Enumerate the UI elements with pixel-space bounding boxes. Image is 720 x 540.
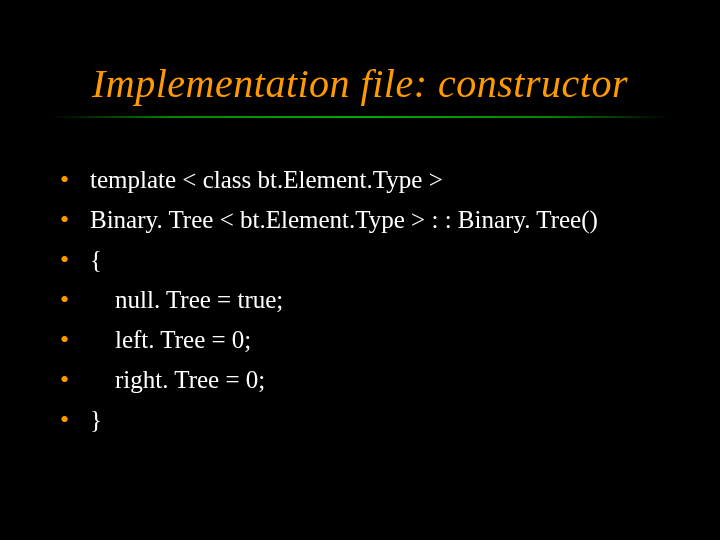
code-line: { <box>90 245 102 275</box>
slide-body: • template < class bt.Element.Type > • B… <box>60 165 670 445</box>
list-item: • null. Tree = true; <box>60 285 670 315</box>
code-line: left. Tree = 0; <box>90 325 251 355</box>
list-item: • left. Tree = 0; <box>60 325 670 355</box>
bullet-icon: • <box>60 246 90 274</box>
bullet-icon: • <box>60 286 90 314</box>
list-item: • right. Tree = 0; <box>60 365 670 395</box>
code-line: null. Tree = true; <box>90 285 283 315</box>
list-item: • template < class bt.Element.Type > <box>60 165 670 195</box>
bullet-icon: • <box>60 406 90 434</box>
code-line: template < class bt.Element.Type > <box>90 165 443 195</box>
bullet-icon: • <box>60 326 90 354</box>
slide: Implementation file: constructor • templ… <box>0 0 720 540</box>
bullet-icon: • <box>60 206 90 234</box>
code-line: right. Tree = 0; <box>90 365 265 395</box>
code-line: } <box>90 405 102 435</box>
bullet-icon: • <box>60 366 90 394</box>
title-underline <box>50 116 670 118</box>
list-item: • Binary. Tree < bt.Element.Type > : : B… <box>60 205 670 235</box>
slide-title: Implementation file: constructor <box>0 60 720 107</box>
bullet-icon: • <box>60 166 90 194</box>
list-item: • } <box>60 405 670 435</box>
code-line: Binary. Tree < bt.Element.Type > : : Bin… <box>90 205 598 235</box>
list-item: • { <box>60 245 670 275</box>
